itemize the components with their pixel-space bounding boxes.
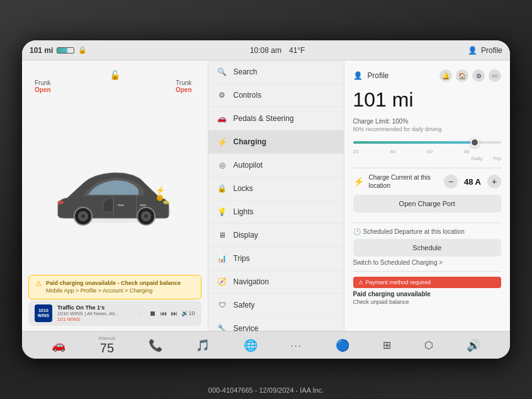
menu-item-service[interactable]: 🔧 Service — [208, 317, 344, 331]
prev-icon[interactable]: ⏮ — [160, 309, 167, 317]
stop-icon[interactable]: ⏹ — [149, 309, 156, 317]
gear-value: 75 — [100, 341, 114, 356]
menu-label-controls: Controls — [234, 91, 262, 100]
svg-point-10 — [144, 214, 148, 218]
next-icon[interactable]: ⏭ — [171, 309, 178, 317]
trip-label: Trip — [493, 156, 501, 161]
temp-display: 41°F — [289, 46, 305, 55]
current-value: 48 A — [461, 177, 484, 187]
charge-current-label: Charge Current at this location — [369, 173, 439, 190]
menu-label-display: Display — [234, 231, 258, 240]
profile-icon-3[interactable]: ⚙ — [472, 69, 485, 82]
svg-point-11 — [163, 200, 169, 204]
grid-icon[interactable]: ⊞ — [383, 339, 391, 351]
media-info: Traffic On The 1's 1010 WINS | All News,… — [57, 304, 132, 322]
daily-label: Daily — [472, 156, 483, 161]
check-balance-label: Check unpaid balance — [353, 299, 502, 305]
error-icon: ⚠ — [358, 279, 363, 286]
schedule-button[interactable]: Schedule — [353, 239, 502, 257]
apps-icon[interactable]: 🌐 — [244, 338, 258, 352]
bluetooth-icon[interactable]: 🔵 — [336, 338, 349, 352]
svg-point-12 — [57, 200, 64, 204]
navigation-icon: 🧭 — [217, 277, 227, 287]
decrease-current-button[interactable]: − — [444, 175, 458, 188]
trips-icon: 📊 — [217, 253, 227, 263]
menu-item-autopilot[interactable]: ◎ Autopilot — [208, 154, 344, 177]
divider-1 — [353, 168, 502, 168]
media-controls[interactable]: ⏹ ⏮ ⏭ 🔊10 — [149, 309, 195, 317]
frunk-label: Frunk Open — [35, 79, 51, 93]
locks-icon: 🔒 — [217, 183, 227, 194]
bottom-bar: 🚗 Manual 75 📞 🎵 🌐 ··· 🔵 ⊞ ⬡ 🔊 — [22, 331, 510, 359]
menu-item-controls[interactable]: ⚙ Controls — [208, 84, 344, 107]
music-icon[interactable]: 🎵 — [196, 338, 210, 352]
profile-header: 👤 Profile 🔔 🏠 ⚙ 4G — [353, 69, 502, 82]
menu-item-charging[interactable]: ⚡ Charging — [208, 130, 344, 154]
bolt-icon: ⚡ — [353, 176, 364, 187]
profile-icon-2[interactable]: 🏠 — [456, 69, 468, 82]
battery-icon — [57, 47, 74, 54]
person-icon: 👤 — [468, 46, 477, 55]
menu-item-pedals[interactable]: 🚗 Pedals & Steering — [208, 107, 344, 130]
payment-error-badge: ⚠ Payment method required — [353, 277, 502, 288]
car-status-icon[interactable]: 🚗 — [52, 338, 65, 352]
open-charge-port-button[interactable]: Open Charge Port — [353, 195, 502, 212]
gear-label: Manual — [99, 335, 115, 341]
profile-icon-4[interactable]: 4G — [489, 69, 501, 82]
media-subtitle: 1010 WINS | All News, All... — [57, 311, 132, 316]
media-tag: 101 WINS — [57, 316, 132, 322]
menu-label-lights: Lights — [234, 207, 254, 216]
slider-markers: 20406080 — [353, 149, 502, 154]
menu-item-display[interactable]: 🖥 Display — [208, 224, 344, 247]
more-icon[interactable]: ··· — [291, 340, 302, 350]
warning-subtitle: Mobile App > Profile > Account > Chargin… — [46, 287, 181, 295]
star-icon[interactable]: ☆ — [137, 309, 144, 318]
phone-icon[interactable]: 📞 — [149, 338, 162, 352]
safety-icon: 🛡 — [217, 300, 227, 310]
menu-item-search[interactable]: 🔍 Search — [208, 61, 344, 84]
charge-slider[interactable] — [353, 136, 502, 149]
menu-label-trips: Trips — [234, 254, 250, 263]
media-station: Traffic On The 1's — [57, 304, 132, 311]
volume-icon[interactable]: 🔊10 — [181, 310, 195, 316]
profile-person-icon: 👤 — [353, 71, 363, 80]
autopilot-icon: ◎ — [217, 160, 227, 170]
charge-current-section: ⚡ Charge Current at this location − 48 A… — [353, 173, 502, 190]
media-logo: 1010 WINS — [35, 304, 52, 322]
profile-label[interactable]: Profile — [481, 46, 502, 55]
media-player[interactable]: 1010 WINS Traffic On The 1's 1010 WINS |… — [28, 301, 201, 326]
current-control[interactable]: − 48 A + — [444, 175, 501, 188]
switch-charging-link[interactable]: Switch to Scheduled Charging > — [353, 259, 502, 266]
increase-current-button[interactable]: + — [487, 175, 501, 188]
lock-status-icon: 🔒 — [78, 46, 87, 54]
charge-limit-section: Charge Limit: 100% 80% recommended for d… — [353, 118, 502, 161]
clock-icon: 🕐 — [353, 228, 361, 235]
menu-label-locks: Locks — [234, 184, 253, 193]
scheduled-section: 🕐 Scheduled Departure at this location S… — [353, 228, 502, 266]
display-icon: 🖥 — [217, 230, 227, 240]
menu-item-safety[interactable]: 🛡 Safety — [208, 294, 344, 317]
menu-item-locks[interactable]: 🔒 Locks — [208, 177, 344, 200]
menu-label-autopilot: Autopilot — [234, 161, 263, 170]
menu-label-pedals: Pedals & Steering — [234, 114, 294, 123]
charging-icon: ⚡ — [217, 137, 227, 147]
profile-icon-1[interactable]: 🔔 — [439, 69, 452, 82]
left-panel: 🔓 Frunk Open Trunk Open — [22, 61, 208, 331]
divider-3 — [353, 271, 502, 272]
menu-item-lights[interactable]: 💡 Lights — [208, 200, 344, 224]
watermark: 000-41047665 - 12/09/2024 - IAA Inc. — [208, 386, 324, 394]
energy-icon[interactable]: ⬡ — [424, 339, 433, 351]
menu-item-trips[interactable]: 📊 Trips — [208, 247, 344, 270]
controls-icon: ⚙ — [217, 90, 227, 100]
volume-icon[interactable]: 🔊 — [467, 338, 480, 352]
svg-point-7 — [81, 214, 85, 218]
lights-icon: 💡 — [217, 207, 227, 217]
svg-text:⚡: ⚡ — [156, 185, 165, 195]
menu-label-safety: Safety — [234, 301, 255, 309]
charge-limit-sub: 80% recommended for daily driving — [353, 126, 502, 132]
menu-label-navigation: Navigation — [234, 277, 269, 286]
top-bar-center: 10:08 am 41°F — [97, 46, 458, 55]
menu-item-navigation[interactable]: 🧭 Navigation — [208, 270, 344, 294]
search-icon: 🔍 — [217, 67, 227, 77]
range-large-display: 101 mi — [353, 88, 502, 112]
